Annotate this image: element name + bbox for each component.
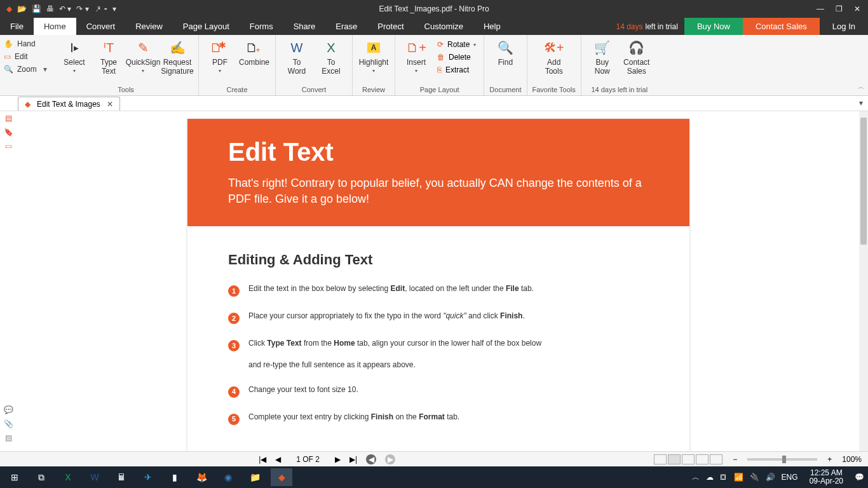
to-excel-button[interactable]: XTo Excel (315, 37, 347, 77)
volume-icon[interactable]: 🔊 (766, 473, 775, 482)
task-view-button[interactable]: ⧉ (31, 468, 52, 486)
print-icon[interactable]: 🖶 (46, 4, 54, 13)
tab-share[interactable]: Share (283, 18, 326, 35)
onedrive-icon[interactable]: ☁ (706, 473, 714, 482)
open-icon[interactable]: 📂 (17, 4, 27, 13)
tab-page-layout[interactable]: Page Layout (173, 18, 240, 35)
document-tabs-bar: ◆ Edit Text & Images ✕ ▾ (0, 96, 868, 111)
tab-protect[interactable]: Protect (367, 18, 414, 35)
status-bar: |◀ ◀ 1 OF 2 ▶ ▶| ◀ ▶ − + 100% (0, 451, 868, 466)
last-page-button[interactable]: ▶| (349, 455, 357, 464)
edit-tool[interactable]: ▭Edit (4, 50, 50, 63)
redo-icon[interactable]: ↷ ▾ (76, 4, 88, 13)
contact-sales-button[interactable]: Contact Sales (743, 18, 820, 35)
terminal-taskbar-icon[interactable]: ▮ (164, 468, 186, 486)
zoom-slider[interactable] (747, 458, 817, 461)
clock[interactable]: 12:25 AM 09-Apr-20 (810, 469, 843, 485)
view-continuous-button[interactable] (668, 454, 681, 464)
nav-back-button[interactable]: ◀ (366, 454, 376, 464)
pdf-button[interactable]: 🗋✱PDF▾ (204, 37, 236, 75)
language-indicator[interactable]: ENG (782, 473, 798, 482)
scrollbar-thumb[interactable] (860, 118, 867, 245)
tab-customize[interactable]: Customize (414, 18, 473, 35)
login-button[interactable]: Log In (820, 18, 868, 35)
zoom-tool[interactable]: 🔍Zoom▾ (4, 63, 50, 76)
tab-home[interactable]: Home (34, 18, 76, 35)
close-tab-button[interactable]: ✕ (107, 100, 113, 109)
buy-now-ribbon-button[interactable]: 🛒Buy Now (587, 37, 618, 77)
view-facing-button[interactable] (682, 454, 695, 464)
attachments-panel-icon[interactable]: 📎 (3, 419, 14, 428)
battery-icon[interactable]: 🔌 (750, 473, 759, 482)
window-title: Edit Text _Images.pdf - Nitro Pro (379, 4, 489, 13)
tab-help[interactable]: Help (473, 18, 511, 35)
document-viewport[interactable]: Edit Text That's right! Contrary to popu… (18, 111, 859, 464)
explorer-taskbar-icon[interactable]: 📁 (244, 468, 266, 486)
tab-convert[interactable]: Convert (76, 18, 126, 35)
output-panel-icon[interactable]: ▤ (3, 433, 14, 442)
nitro-taskbar-icon[interactable]: ◆ (271, 468, 292, 486)
document-tab[interactable]: ◆ Edit Text & Images ✕ (18, 97, 120, 111)
side-tools: ✋Hand ▭Edit 🔍Zoom▾ (0, 35, 53, 95)
calculator-taskbar-icon[interactable]: 🖩 (111, 468, 132, 486)
quicksign-button[interactable]: ✎QuickSign▾ (127, 37, 159, 75)
firefox-taskbar-icon[interactable]: 🦊 (191, 468, 212, 486)
step-item: 1Edit the text in the box below by selec… (228, 283, 649, 297)
next-page-button[interactable]: ▶ (335, 455, 341, 464)
undo-icon[interactable]: ↶ ▾ (59, 4, 71, 13)
collapse-ribbon-icon[interactable]: ︿ (858, 83, 864, 92)
tray-overflow-icon[interactable]: ︿ (692, 472, 700, 483)
insert-button[interactable]: 🗋+Insert▾ (400, 37, 432, 75)
zoom-slider-knob[interactable] (782, 456, 786, 463)
pages-panel-icon[interactable]: ▤ (3, 114, 14, 123)
request-signature-button[interactable]: ✍Request Signature (161, 37, 193, 77)
vertical-scrollbar[interactable] (859, 111, 868, 464)
tab-review[interactable]: Review (125, 18, 173, 35)
wifi-icon[interactable]: 📶 (734, 473, 743, 482)
delete-button[interactable]: 🗑Delete (435, 51, 478, 63)
prev-page-button[interactable]: ◀ (275, 455, 281, 464)
combine-button[interactable]: 🗋+Combine (238, 37, 270, 68)
maximize-button[interactable]: ❐ (836, 4, 843, 13)
pdf-icon: 🗋✱ (210, 39, 230, 57)
buy-now-button[interactable]: Buy Now (684, 18, 743, 35)
tab-erase[interactable]: Erase (325, 18, 367, 35)
view-facing-continuous-button[interactable] (696, 454, 709, 464)
highlight-button[interactable]: AHighlight▾ (358, 37, 390, 75)
excel-taskbar-icon[interactable]: X (57, 468, 79, 486)
close-button[interactable]: ✕ (854, 4, 860, 13)
extract-button[interactable]: ⎘Extract (435, 64, 478, 76)
view-fullscreen-button[interactable] (710, 454, 722, 464)
view-single-button[interactable] (654, 454, 667, 464)
app-taskbar-icon[interactable]: ◉ (217, 468, 239, 486)
zoom-out-button[interactable]: − (729, 455, 741, 464)
trial-days: 14 days (616, 22, 642, 31)
hand-tool[interactable]: ✋Hand (4, 37, 50, 50)
tab-forms[interactable]: Forms (240, 18, 283, 35)
select-button[interactable]: I▶Select▾ (58, 37, 90, 75)
to-word-button[interactable]: WTo Word (281, 37, 313, 77)
rotate-button[interactable]: ⟳Rotate▾ (435, 39, 478, 50)
word-taskbar-icon[interactable]: W (84, 468, 105, 486)
contact-sales-ribbon-button[interactable]: 🎧Contact Sales (621, 37, 653, 77)
minimize-button[interactable]: — (817, 4, 824, 13)
zoom-in-button[interactable]: + (824, 455, 836, 464)
nav-forward-button[interactable]: ▶ (385, 454, 395, 464)
step-item: 5Complete your text entry by clicking Fi… (228, 412, 649, 425)
qat-dropdown-icon[interactable]: ▾ (112, 4, 116, 13)
dropbox-icon[interactable]: ⛋ (720, 473, 728, 482)
notifications-icon[interactable]: 💬 (855, 473, 864, 482)
tab-file[interactable]: File (0, 18, 34, 35)
type-text-button[interactable]: ᴵTType Text (93, 37, 125, 77)
start-button[interactable]: ⊞ (4, 468, 25, 486)
comments-panel-icon[interactable]: 💬 (3, 405, 14, 414)
find-button[interactable]: 🔍Find (489, 37, 521, 68)
tab-overflow-icon[interactable]: ▾ (859, 98, 863, 107)
telegram-taskbar-icon[interactable]: ✈ (137, 468, 159, 486)
layers-panel-icon[interactable]: ▭ (3, 142, 14, 151)
cursor-icon[interactable]: ⭷ ▾ (94, 4, 107, 13)
first-page-button[interactable]: |◀ (259, 455, 266, 464)
bookmarks-panel-icon[interactable]: 🔖 (3, 128, 14, 137)
add-tools-button[interactable]: 🛠+Add Tools (538, 37, 570, 77)
save-icon[interactable]: 💾 (32, 4, 41, 13)
